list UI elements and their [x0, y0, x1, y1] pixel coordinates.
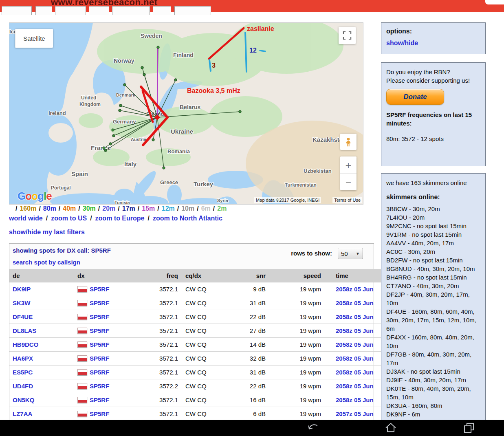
- de-callsign-link[interactable]: DK9IP: [13, 286, 31, 293]
- map-country-label: Spain: [71, 170, 88, 177]
- terms-of-use-link[interactable]: Terms of Use: [332, 197, 362, 203]
- de-callsign-link[interactable]: DL8LAS: [13, 327, 36, 334]
- band-link-17m[interactable]: 17m: [122, 205, 135, 212]
- spot-time-link[interactable]: 2058z 05 Jun: [336, 341, 374, 348]
- spot-speed: 19 wpm: [266, 282, 323, 296]
- dx-callsign-link[interactable]: SP5RF: [90, 410, 109, 417]
- dx-callsign-link[interactable]: SP5RF: [90, 369, 109, 376]
- zoom-link[interactable]: world wide: [9, 215, 43, 222]
- map-country-label: Germany: [113, 119, 136, 125]
- spot-time-link[interactable]: 2058z 05 Jun: [336, 299, 374, 306]
- spot-time-link[interactable]: 2058z 05 Jun: [336, 396, 374, 403]
- browser-tab-stub[interactable]: [112, 6, 150, 15]
- band-link-40m[interactable]: 40m: [63, 205, 76, 212]
- filters-link[interactable]: show/hide my last filters: [9, 229, 85, 236]
- de-callsign-link[interactable]: HB9DCO: [13, 341, 38, 348]
- dx-callsign-link[interactable]: SP5RF: [90, 299, 109, 306]
- band-link-10m[interactable]: 10m: [181, 205, 194, 212]
- map-canvas[interactable]: IceSwedenNorwayFinlandDenmarkUnitedKingd…: [9, 22, 363, 205]
- band-link-6m[interactable]: 6m: [201, 205, 211, 212]
- band-link-20m[interactable]: 20m: [102, 205, 115, 212]
- zoom-links: world wide/zoom to US/zoom to Europe/zoo…: [9, 215, 222, 222]
- browser-tab-stub[interactable]: [153, 6, 171, 15]
- dx-callsign-link[interactable]: SP5RF: [90, 341, 109, 348]
- dx-callsign-link[interactable]: SP5RF: [90, 286, 109, 293]
- options-show-hide-link[interactable]: show/hide: [386, 40, 418, 47]
- zoom-in-button[interactable]: ＋: [340, 156, 357, 174]
- zoom-link[interactable]: zoom to US: [51, 215, 87, 222]
- map-country-label: Tunisia: [114, 200, 130, 204]
- rows-to-show-select[interactable]: 50 ▼: [338, 248, 363, 259]
- de-callsign-link[interactable]: HA6PX: [13, 355, 33, 362]
- map-country-label: Austria: [131, 137, 147, 142]
- dx-callsign-link[interactable]: SP5RF: [90, 396, 109, 403]
- map-country-label: Turkey: [194, 181, 213, 187]
- band-link-15m[interactable]: 15m: [142, 205, 155, 212]
- back-button[interactable]: [304, 421, 321, 435]
- de-callsign-link[interactable]: ES5PC: [13, 369, 33, 376]
- zoom-link[interactable]: zoom to Europe: [95, 215, 145, 222]
- google-logo[interactable]: Google: [18, 190, 52, 203]
- spot-freq: 3572.2: [143, 379, 179, 393]
- map-country-label: Ireland: [48, 110, 66, 116]
- spot-speed: 19 wpm: [266, 338, 323, 352]
- band-link-80m[interactable]: 80m: [43, 205, 56, 212]
- spot-time-link[interactable]: 2058z 05 Jun: [336, 313, 374, 320]
- skimmer-item: DF4UE - 160m, 80m, 60m, 40m, 30m, 20m, 1…: [386, 307, 480, 333]
- map-type-satellite-button[interactable]: Satellite: [15, 29, 53, 48]
- de-callsign-link[interactable]: ON5KQ: [13, 396, 34, 403]
- de-callsign-link[interactable]: UD4FD: [13, 383, 33, 390]
- browser-tab-stub[interactable]: [35, 6, 52, 15]
- donate-button[interactable]: Donate: [386, 89, 444, 105]
- browser-tab-stub[interactable]: [55, 6, 86, 15]
- spot-freq: 3572.1: [143, 366, 179, 379]
- map-attribution: Map data ©2017 Google, INEGI Terms of Us…: [254, 197, 362, 203]
- map-country-label: Finland: [173, 52, 194, 58]
- de-callsign-link[interactable]: DF4UE: [13, 313, 33, 320]
- de-callsign-link[interactable]: SK3W: [13, 299, 30, 306]
- rows-to-show-value: 50: [341, 250, 348, 257]
- home-button[interactable]: [383, 421, 399, 435]
- frequency-line: 80m: 3572 - 12 spots: [386, 134, 480, 143]
- spots-header: showing spots for DX call: SP5RF search …: [9, 244, 374, 269]
- spot-freq: 3572.1: [143, 282, 179, 296]
- dx-callsign-link[interactable]: SP5RF: [90, 327, 109, 334]
- map-country-label: Turkmenistan: [285, 182, 317, 188]
- band-link-12m[interactable]: 12m: [162, 205, 175, 212]
- dx-callsign-link[interactable]: SP5RF: [90, 383, 109, 390]
- de-callsign-link[interactable]: LZ7AA: [13, 410, 32, 417]
- spot-time-link[interactable]: 2058z 05 Jun: [336, 286, 374, 293]
- spot-speed: 19 wpm: [266, 366, 323, 379]
- dx-callsign-link[interactable]: SP5RF: [90, 313, 109, 320]
- band-link-160m[interactable]: 160m: [20, 205, 36, 212]
- zoom-separator: /: [46, 215, 48, 222]
- zoom-link[interactable]: zoom to North Atlantic: [153, 215, 222, 222]
- map-country-label: Kingdom: [79, 101, 101, 107]
- search-spot-link[interactable]: search spot by callsign: [13, 259, 80, 266]
- pegman-button[interactable]: [340, 134, 357, 150]
- browser-tab-stub[interactable]: [174, 6, 211, 15]
- spot-time-link[interactable]: 2058z 05 Jun: [336, 369, 374, 376]
- spot-freq: 3572.1: [143, 338, 179, 352]
- spot-speed: 19 wpm: [266, 324, 323, 338]
- band-link-2m[interactable]: 2m: [217, 205, 227, 212]
- map-country-label: Sweden: [141, 33, 162, 39]
- spot-time-link[interactable]: 2058z 05 Jun: [336, 327, 374, 334]
- fullscreen-button[interactable]: [339, 27, 356, 44]
- spot-time-link[interactable]: 2058z 05 Jun: [336, 355, 374, 362]
- map-country-label: Norway: [114, 57, 134, 64]
- zoom-out-button[interactable]: −: [340, 174, 357, 190]
- recents-button[interactable]: [461, 421, 477, 435]
- band-link-30m[interactable]: 30m: [83, 205, 96, 212]
- fullscreen-icon: [342, 30, 352, 41]
- browser-tab-stub[interactable]: [2, 6, 32, 15]
- map-svg: IceSwedenNorwayFinlandDenmarkUnitedKingd…: [9, 23, 363, 204]
- dx-callsign-link[interactable]: SP5RF: [90, 355, 109, 362]
- spot-row: LZ7AASP5RF3572.1CW CQ6 dB19 wpm2057z 05 …: [9, 407, 407, 421]
- spot-time-link[interactable]: 2057z 05 Jun: [336, 410, 374, 417]
- browser-tab-stub[interactable]: [89, 6, 109, 15]
- spot-mode: CW CQ: [179, 407, 237, 421]
- map-country-label: Uzbekistan: [304, 168, 332, 174]
- spot-time-link[interactable]: 2058z 05 Jun: [336, 383, 374, 390]
- zoom-separator: /: [90, 215, 92, 222]
